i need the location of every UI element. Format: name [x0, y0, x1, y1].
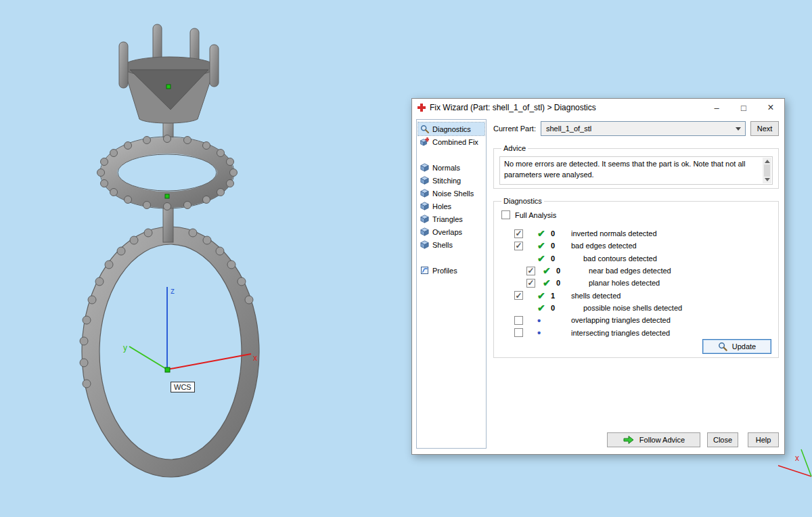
close-window-button[interactable]: × [757, 99, 784, 116]
diagnostic-checkbox[interactable]: ✓ [514, 291, 523, 300]
current-part-select[interactable]: shell_1_of_stl [541, 121, 746, 136]
diagnostic-rows: ✓✔0inverted normals detected✓✔0bad edges… [499, 227, 773, 339]
sidebar-item-shells[interactable]: Shells [418, 238, 484, 251]
diagnostic-row: ✓✔1shells detected [499, 289, 773, 301]
advice-group-title: Advice [501, 144, 528, 152]
next-button[interactable]: Next [750, 121, 779, 136]
minimize-button[interactable]: – [703, 99, 730, 116]
diagnostic-count: 0 [551, 242, 571, 250]
profile-icon [420, 266, 429, 275]
full-analysis-label: Full Analysis [515, 211, 556, 219]
close-button[interactable]: Close [707, 432, 738, 447]
diagnostics-group: Diagnostics Full Analysis ✓✔0inverted no… [493, 197, 779, 358]
sidebar-item-holes[interactable]: Holes [418, 200, 484, 212]
maximize-button[interactable]: □ [730, 99, 757, 116]
green-check-icon: ✔ [537, 254, 551, 263]
ring-band[interactable] [80, 227, 259, 477]
sidebar-item-triangles[interactable]: Triangles [418, 212, 484, 225]
cube-icon [420, 189, 429, 198]
magnifier-icon [420, 125, 429, 133]
sidebar-item-diagnostics[interactable]: Diagnostics [418, 122, 484, 135]
sidebar-item-normals[interactable]: Normals [418, 161, 484, 174]
cube-icon [420, 215, 429, 223]
pending-dot-icon: • [537, 328, 551, 338]
diagnostic-row: ✓✔0near bad edges detected [499, 265, 773, 277]
chevron-down-icon [736, 127, 741, 131]
green-check-icon: ✔ [543, 278, 556, 288]
sidebar-list: DiagnosticsCombined FixNormalsStitchingN… [416, 119, 487, 449]
corner-axis-x-label: x [795, 453, 799, 463]
green-check-icon: ✔ [537, 303, 551, 313]
diagnostic-label: bad edges detected [571, 242, 637, 250]
advice-group: Advice No more errors are detected. It s… [493, 144, 779, 189]
green-check-icon: ✔ [537, 229, 551, 238]
diagnostic-checkbox[interactable] [514, 328, 523, 337]
sidebar-item-label: Normals [432, 164, 460, 172]
update-button-label: Update [732, 342, 756, 351]
sidebar-item-label: Stitching [432, 177, 461, 185]
advice-scrollbar[interactable] [763, 158, 771, 183]
diagnostic-label: inverted normals detected [571, 229, 657, 238]
diagnostic-row: ✓✔0inverted normals detected [499, 227, 773, 240]
ring-halo[interactable] [97, 135, 238, 210]
diagnostic-row: ✔0possible noise shells detected [499, 302, 773, 314]
sidebar-item-stitching[interactable]: Stitching [418, 174, 484, 187]
advice-text: No more errors are detected. It seems th… [504, 159, 757, 181]
checkbox-slot [514, 316, 537, 325]
scroll-down-icon[interactable] [765, 178, 770, 181]
full-analysis-checkbox[interactable] [501, 210, 510, 219]
checkbox-slot: ✓ [514, 229, 537, 238]
cube-icon [420, 176, 429, 185]
diagnostic-count: 0 [556, 267, 577, 275]
axis-y-label: y [123, 343, 127, 353]
checkbox-slot: ✓ [514, 242, 537, 250]
diagnostic-row: ✓✔0bad edges detected [499, 240, 773, 252]
scroll-up-icon[interactable] [765, 160, 770, 163]
sidebar-item-label: Combined Fix [432, 138, 478, 146]
sidebar-item-combined-fix[interactable]: Combined Fix [418, 135, 484, 148]
advice-box: No more errors are detected. It seems th… [499, 156, 773, 185]
scroll-thumb[interactable] [764, 164, 770, 177]
cube-icon [420, 202, 429, 210]
follow-advice-button[interactable]: Follow Advice [607, 432, 700, 447]
axis-z-label: z [171, 286, 175, 296]
sidebar-item-label: Profiles [432, 267, 457, 275]
sidebar-item-label: Holes [432, 202, 451, 210]
sidebar-item-noise-shells[interactable]: Noise Shells [418, 187, 484, 200]
diagnostic-checkbox[interactable]: ✓ [526, 279, 535, 288]
axis-x-label: x [253, 353, 257, 363]
diagnostics-group-title: Diagnostics [501, 197, 544, 205]
ring-setting[interactable] [119, 24, 219, 198]
current-part-value: shell_1_of_stl [546, 125, 736, 133]
diagnostic-label: bad contours detected [571, 254, 657, 263]
pending-dot-icon: • [537, 315, 551, 325]
checkbox-slot: ✓ [514, 267, 543, 275]
diagnostic-count: 0 [551, 304, 571, 312]
cube-icon [420, 227, 429, 236]
diagnostic-checkbox[interactable]: ✓ [526, 267, 535, 275]
sidebar-separator [418, 251, 484, 264]
diagnostic-label: near bad edges detected [577, 267, 671, 275]
sidebar-item-label: Shells [432, 241, 453, 249]
update-button[interactable]: Update [702, 339, 771, 354]
dialog-titlebar[interactable]: Fix Wizard (Part: shell_1_of_stl) > Diag… [412, 99, 784, 116]
fix-wizard-logo-icon [418, 104, 426, 112]
sidebar-item-overlaps[interactable]: Overlaps [418, 225, 484, 238]
fix-wizard-dialog: Fix Wizard (Part: shell_1_of_stl) > Diag… [411, 98, 785, 455]
diagnostic-label: planar holes detected [577, 279, 660, 287]
dialog-title: Fix Wizard (Part: shell_1_of_stl) > Diag… [430, 103, 703, 112]
diagnostic-checkbox[interactable] [514, 316, 523, 325]
green-check-icon: ✔ [543, 266, 556, 275]
checkbox-slot: ✓ [514, 279, 543, 288]
sidebar-separator [418, 148, 484, 161]
sidebar-item-profiles[interactable]: Profiles [418, 264, 484, 277]
diagnostic-checkbox[interactable]: ✓ [514, 242, 523, 250]
green-arrow-icon [623, 435, 635, 445]
help-button[interactable]: Help [748, 432, 779, 447]
diagnostic-label: possible noise shells detected [571, 304, 682, 312]
follow-advice-label: Follow Advice [639, 436, 685, 444]
diagnostic-row: ✔0bad contours detected [499, 252, 773, 265]
diagnostic-checkbox[interactable]: ✓ [514, 229, 523, 238]
full-analysis-option[interactable]: Full Analysis [501, 210, 773, 219]
vertex-marker [165, 194, 169, 198]
